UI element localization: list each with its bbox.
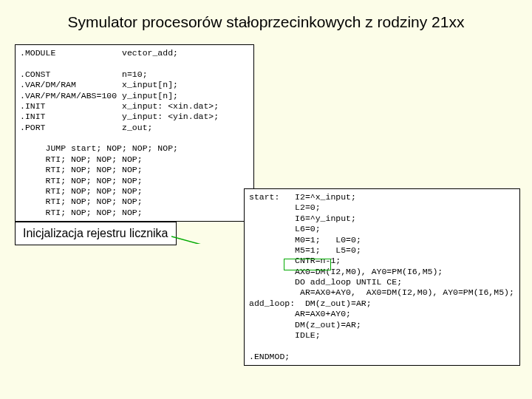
code-block-start: start: I2=^x_input; L2=0; I6=^y_input; L… (244, 188, 520, 366)
callout-label: Inicjalizacja rejestru licznika (15, 222, 177, 245)
page-title: Symulator procesorów stałoprzecinkowych … (0, 13, 532, 31)
code-block-declarations: .MODULE vector_add; .CONST n=10; .VAR/DM… (15, 44, 254, 222)
